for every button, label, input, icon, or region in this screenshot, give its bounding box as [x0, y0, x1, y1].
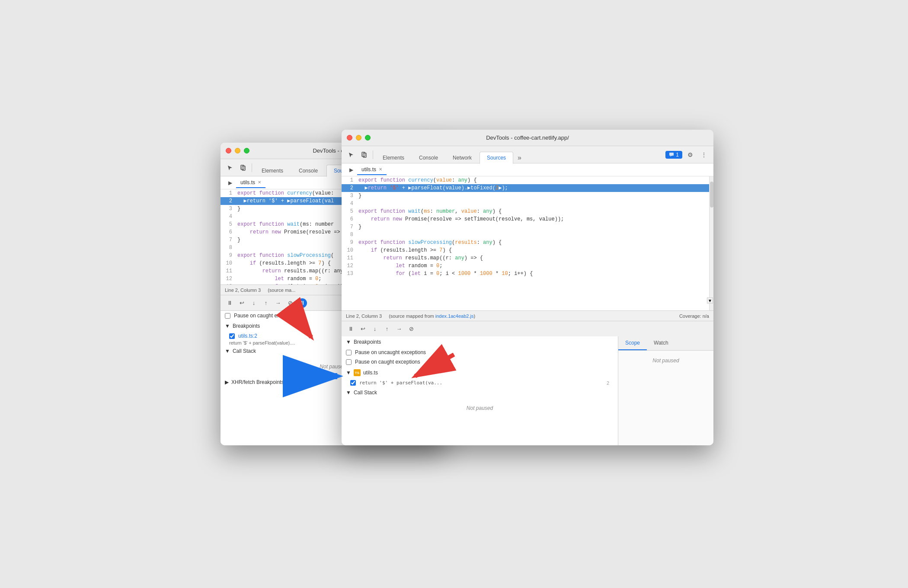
code-content-2-back: ▶return '$' + ▶parseFloat(val [236, 197, 334, 205]
source-map-link[interactable]: index.1ac4eab2.js [435, 313, 474, 319]
watch-tab-front[interactable]: Watch [647, 336, 675, 350]
call-stack-label-back: Call Stack [233, 348, 256, 354]
pause-uncaught-checkbox-front[interactable] [346, 350, 352, 355]
continue-btn-back[interactable]: → [273, 298, 283, 308]
close-button-back[interactable] [226, 148, 231, 153]
file-tab-close-front[interactable]: ✕ [379, 167, 382, 172]
code-content-9-back: export function slowProcessing( [236, 252, 334, 259]
cursor-tool-front[interactable] [345, 149, 357, 161]
step-out-btn-back[interactable]: ↑ [261, 298, 271, 308]
close-button-front[interactable] [347, 135, 352, 141]
line-num-11-back: 11 [221, 267, 236, 275]
code-line-3-front: 3 } [342, 192, 709, 200]
tab-network-front[interactable]: Network [446, 152, 479, 163]
step-over-btn-front[interactable]: ↩ [358, 324, 368, 334]
settings-btn-front[interactable]: ⚙ [684, 149, 696, 161]
line-num-9-back: 9 [221, 252, 236, 259]
step-over-btn-back[interactable]: ↩ [237, 298, 246, 308]
file-tab-name-back: utils.ts [240, 179, 255, 185]
toolbar-right-front: 1 ⚙ ⋮ [665, 149, 710, 161]
deactivate-btn-back[interactable]: ⊘ [285, 298, 295, 308]
file-tab-utils-back[interactable]: utils.ts ✕ [236, 178, 265, 188]
continue-btn-front[interactable]: → [394, 324, 404, 334]
pause-caught-checkbox-back[interactable] [225, 313, 230, 319]
code-content-7-front: } [357, 223, 361, 231]
tab-console-back[interactable]: Console [292, 165, 325, 176]
call-stack-header-front[interactable]: ▼ Call Stack [342, 387, 618, 398]
device-tool-front[interactable] [358, 149, 370, 161]
breakpoints-label-front: Breakpoints [354, 339, 381, 345]
tab-sources-front[interactable]: Sources [480, 152, 513, 164]
line-num-3-back: 3 [221, 205, 236, 213]
breakpoint-checkbox-back[interactable] [229, 333, 235, 339]
line-num-10-front: 10 [342, 246, 357, 254]
more-tabs-btn-front[interactable]: » [516, 152, 523, 163]
tab-console-front[interactable]: Console [412, 152, 445, 163]
scrollbar-front[interactable]: ▼ [709, 176, 713, 310]
step-into-btn-back[interactable]: ↓ [249, 298, 259, 308]
source-map-front: (source mapped from index.1ac4eab2.js) [389, 313, 475, 319]
line-num-8-front: 8 [342, 231, 357, 239]
maximize-button-back[interactable] [244, 148, 249, 153]
devtools-window-front: DevTools - coffee-cart.netlify.app/ Elem… [342, 130, 713, 445]
tab-elements-front[interactable]: Elements [376, 152, 411, 163]
line-num-8-back: 8 [221, 244, 236, 252]
pause-active-btn-back[interactable]: ⏸ [297, 298, 307, 308]
utils-chevron-front: ▼ [346, 370, 351, 376]
pause-caught-label-back: Pause on caught exceptions [234, 313, 299, 319]
minimize-button-back[interactable] [235, 148, 240, 153]
tab-elements-back[interactable]: Elements [255, 165, 290, 176]
panel-toggle-front[interactable]: ▶ [345, 164, 357, 176]
comment-badge-front[interactable]: 1 [665, 151, 682, 159]
breakpoints-chevron-back: ▼ [225, 323, 230, 329]
code-line-4-front: 4 [342, 200, 709, 208]
code-content-5-front: export function wait(ms: number, value: … [357, 208, 502, 215]
bottom-panel-front: ▼ Breakpoints Pause on uncaught exceptio… [342, 336, 713, 445]
maximize-button-front[interactable] [365, 135, 371, 141]
xhr-chevron-back: ▶ [225, 379, 229, 385]
line-num-12-front: 12 [342, 262, 357, 270]
breakpoint-checkbox-front[interactable] [350, 380, 356, 386]
file-tab-close-back[interactable]: ✕ [258, 180, 261, 185]
more-options-btn-front[interactable]: ⋮ [698, 149, 710, 161]
utils-file-header-front[interactable]: ▼ TS utils.ts [342, 367, 618, 379]
traffic-lights-front [347, 135, 371, 141]
coverage-label-front: Coverage: n/a [679, 313, 709, 319]
file-tab-utils-front[interactable]: utils.ts ✕ [357, 165, 387, 175]
code-line-10-front: 10 if (results.length >= 7) { [342, 246, 709, 254]
code-line-11-front: 11 return results.map((r: any) => { [342, 254, 709, 262]
scope-content-front: Not paused [618, 351, 713, 371]
panel-toggle-back[interactable]: ▶ [224, 177, 236, 189]
code-content-1-front: export function currency(value: any) { [357, 176, 477, 184]
coverage-btn-front[interactable]: ▼ [707, 297, 713, 304]
pause-caught-checkbox-front[interactable] [346, 359, 352, 365]
pause-caught-row-front: Pause on caught exceptions [342, 357, 618, 367]
line-num-13-front: 13 [342, 270, 357, 278]
code-content-11-front: return results.map((r: any) => { [357, 254, 483, 262]
device-tool-back[interactable] [237, 162, 249, 174]
code-content-10-front: if (results.length >= 7) { [357, 246, 452, 254]
code-content-12-back: let random = 0; [236, 275, 321, 283]
code-line-8-front: 8 [342, 231, 709, 239]
breakpoints-header-front[interactable]: ▼ Breakpoints [342, 336, 618, 348]
breakpoint-file-back: utils.ts:2 [238, 333, 257, 339]
minimize-button-front[interactable] [356, 135, 361, 141]
pause-resume-btn-front[interactable]: ⏸ [346, 324, 355, 334]
cursor-tool-back[interactable] [224, 162, 236, 174]
deactivate-btn-front[interactable]: ⊘ [406, 324, 416, 334]
line-num-5-back: 5 [221, 220, 236, 228]
pause-resume-btn-back[interactable]: ⏸ [225, 298, 234, 308]
main-toolbar-front: Elements Console Network Sources » 1 ⚙ ⋮ [342, 146, 713, 163]
step-into-btn-front[interactable]: ↓ [370, 324, 380, 334]
code-content-6-back: return new Promise(resolve => [236, 228, 340, 236]
step-out-btn-front[interactable]: ↑ [382, 324, 392, 334]
title-bar-front: DevTools - coffee-cart.netlify.app/ [342, 130, 713, 146]
line-num-4-back: 4 [221, 213, 236, 220]
line-num-1-back: 1 [221, 189, 236, 197]
breakpoint-code-front: return '$' + parseFloat(va... [359, 380, 600, 386]
code-content-6-front: return new Promise(resolve => setTimeout… [357, 215, 564, 223]
breakpoints-label-back: Breakpoints [233, 323, 260, 329]
pause-uncaught-row-front: Pause on uncaught exceptions [342, 348, 618, 357]
scrollbar-thumb-front[interactable] [710, 182, 713, 208]
scope-tab-front[interactable]: Scope [618, 336, 647, 350]
